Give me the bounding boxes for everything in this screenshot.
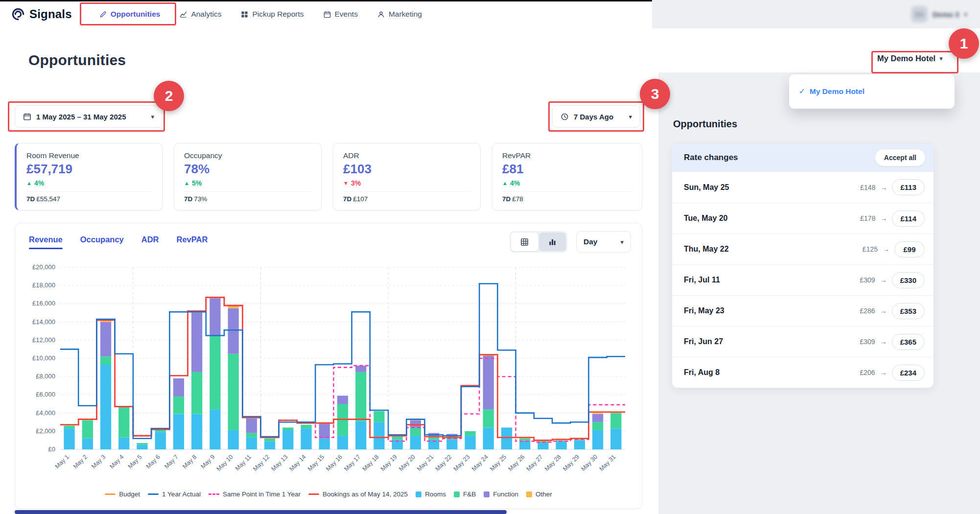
compare-period-selector[interactable]: 7 Days Ago ▾ xyxy=(552,105,640,128)
kpi-label: Room Revenue xyxy=(26,151,152,160)
metric-tabs: RevenueOccupancyADRRevPAR xyxy=(29,235,208,244)
rate-new-price-button[interactable]: £365 xyxy=(892,334,925,350)
svg-text:May 1: May 1 xyxy=(54,453,70,470)
svg-text:May 21: May 21 xyxy=(416,453,435,472)
svg-text:May 19: May 19 xyxy=(379,453,398,472)
annotation-step-1: 1 xyxy=(949,28,979,59)
svg-text:May 18: May 18 xyxy=(361,453,380,472)
chevron-down-icon: ▾ xyxy=(939,55,943,62)
chevron-down-icon: ▾ xyxy=(620,238,624,246)
check-icon: ✓ xyxy=(799,87,805,96)
kpi-delta: ▲4% xyxy=(502,179,632,187)
nav-item-events[interactable]: Events xyxy=(324,10,358,19)
hotel-dropdown-menu: ✓ My Demo Hotel xyxy=(789,74,955,109)
brand[interactable]: Signals xyxy=(0,7,72,22)
rate-change-row: Fri, May 23£286→£353 xyxy=(672,295,933,326)
rate-day: Thu, May 22 xyxy=(684,245,729,254)
view-toggle xyxy=(510,231,567,253)
nav-item-pickup-reports[interactable]: Pickup Reports xyxy=(241,10,303,19)
arrow-up-icon: ▲ xyxy=(502,180,508,186)
kpi-row: Room Revenue£57,719▲4%7D£55,547Occupancy… xyxy=(0,143,658,211)
svg-text:May 16: May 16 xyxy=(325,453,344,472)
svg-text:May 5: May 5 xyxy=(127,453,143,470)
arrow-right-icon: → xyxy=(880,307,887,315)
granularity-selector[interactable]: Day ▾ xyxy=(576,231,631,253)
kpi-previous-value: 7D£107 xyxy=(343,195,470,203)
legend-square-swatch xyxy=(416,491,421,497)
history-clock-icon xyxy=(560,113,569,121)
svg-text:May 7: May 7 xyxy=(163,453,180,470)
rate-new-price-button[interactable]: £113 xyxy=(892,179,925,195)
rate-old-price: £286 xyxy=(860,307,875,315)
svg-text:£10,000: £10,000 xyxy=(32,354,55,362)
tab-revpar[interactable]: RevPAR xyxy=(177,235,208,244)
svg-text:May 9: May 9 xyxy=(200,453,216,470)
hotel-menu-item[interactable]: ✓ My Demo Hotel xyxy=(789,87,864,96)
legend-item-function: Function xyxy=(484,491,518,498)
rate-new-price-button[interactable]: £234 xyxy=(892,365,925,381)
svg-text:May 6: May 6 xyxy=(145,453,162,470)
chevron-down-icon: ▾ xyxy=(151,113,154,120)
svg-text:£18,000: £18,000 xyxy=(32,281,55,289)
kpi-value: £57,719 xyxy=(26,162,152,177)
nav-item-marketing[interactable]: Marketing xyxy=(377,10,422,19)
rate-changes-title: Rate changes xyxy=(684,153,738,163)
svg-text:May 3: May 3 xyxy=(90,453,107,470)
rate-changes-header: Rate changes Accept all xyxy=(672,143,933,172)
legend-item-budget: Budget xyxy=(105,491,140,498)
kpi-label: Occupancy xyxy=(184,151,311,160)
nav-item-analytics[interactable]: Analytics xyxy=(180,10,221,19)
nav-item-label: Analytics xyxy=(191,10,221,19)
svg-text:£2,000: £2,000 xyxy=(36,427,55,435)
tab-revenue[interactable]: Revenue xyxy=(29,235,63,244)
svg-text:May 2: May 2 xyxy=(72,453,89,470)
svg-text:May 22: May 22 xyxy=(434,453,453,472)
arrow-right-icon: → xyxy=(880,338,887,346)
rate-old-price: £125 xyxy=(863,245,878,253)
legend-line-swatch xyxy=(148,493,159,495)
brand-name: Signals xyxy=(29,7,72,21)
rate-new-price-button[interactable]: £99 xyxy=(894,241,925,257)
rate-new-price-button[interactable]: £353 xyxy=(892,303,925,319)
revenue-chart: £0£2,000£4,000£6,000£8,000£10,000£12,000… xyxy=(24,264,631,491)
accept-all-button[interactable]: Accept all xyxy=(875,149,926,166)
kpi-value: £81 xyxy=(502,162,632,177)
tab-adr[interactable]: ADR xyxy=(141,235,159,244)
page-title: Opportunities xyxy=(28,52,126,69)
user-menu[interactable]: D3 Demo 3 ▾ xyxy=(911,6,967,23)
arrow-right-icon: → xyxy=(880,184,887,191)
svg-text:May 17: May 17 xyxy=(343,453,362,472)
rate-old-price: £206 xyxy=(860,369,875,376)
rate-new-price-button[interactable]: £330 xyxy=(892,272,925,288)
nav-item-opportunities[interactable]: Opportunities xyxy=(99,10,161,19)
rate-change-row: Fri, Jul 11£309→£330 xyxy=(672,264,933,295)
user-name: Demo 3 xyxy=(933,10,959,19)
chart-view-button[interactable] xyxy=(539,233,566,251)
top-bar-right: D3 Demo 3 ▾ xyxy=(652,0,980,28)
rate-changes-list: Sun, May 25£148→£113Tue, May 20£178→£114… xyxy=(672,172,933,388)
rate-new-price-button[interactable]: £114 xyxy=(892,210,925,227)
legend-item-1-year-actual: 1 Year Actual xyxy=(148,491,201,498)
horizontal-scrollbar[interactable] xyxy=(15,510,507,514)
rate-day: Fri, May 23 xyxy=(684,306,724,315)
arrow-down-icon: ▼ xyxy=(343,180,349,186)
arrow-up-icon: ▲ xyxy=(26,180,32,186)
date-range-selector[interactable]: 1 May 2025 – 31 May 2025 ▾ xyxy=(15,105,163,128)
chevron-down-icon: ▾ xyxy=(629,113,632,120)
svg-text:£14,000: £14,000 xyxy=(32,318,55,326)
kpi-previous-value: 7D£55,547 xyxy=(26,195,152,203)
kpi-card-occupancy: Occupancy78%▲5%7D73% xyxy=(174,143,322,210)
rate-day: Fri, Jun 27 xyxy=(684,337,723,346)
kpi-previous-value: 7D£78 xyxy=(502,195,632,203)
hotel-selector-label: My Demo Hotel xyxy=(877,54,935,63)
svg-text:May 15: May 15 xyxy=(306,453,326,472)
kpi-card-adr: ADR£103▼3%7D£107 xyxy=(333,143,481,210)
svg-text:May 25: May 25 xyxy=(489,453,508,472)
table-view-button[interactable] xyxy=(511,233,538,251)
hotel-selector-button[interactable]: My Demo Hotel ▾ xyxy=(877,54,943,63)
tab-occupancy[interactable]: Occupancy xyxy=(80,235,124,244)
kpi-value: 78% xyxy=(184,162,311,177)
svg-text:May 27: May 27 xyxy=(525,453,544,472)
svg-text:£6,000: £6,000 xyxy=(36,391,55,398)
chevron-down-icon: ▾ xyxy=(964,11,967,18)
